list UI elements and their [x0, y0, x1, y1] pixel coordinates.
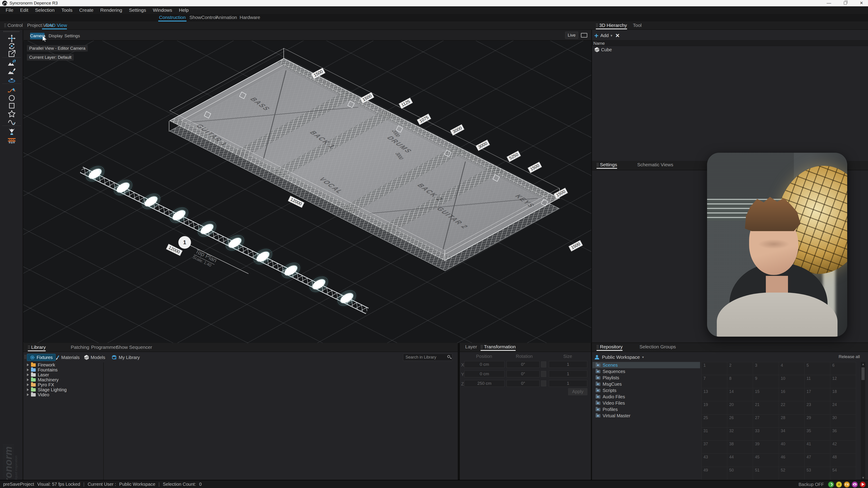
repository-item[interactable]: Audio Files [592, 394, 700, 400]
lighting-fixture[interactable] [87, 167, 103, 181]
menu-item[interactable]: Rendering [97, 7, 125, 13]
cue-cell[interactable]: 53 [805, 467, 830, 480]
expand-arrow-icon[interactable] [27, 388, 29, 391]
cue-cell[interactable]: 30 [831, 415, 856, 427]
cue-cell[interactable]: 46 [779, 454, 804, 466]
link-checkbox[interactable] [541, 381, 546, 386]
release-all-button[interactable]: Release all [839, 354, 860, 359]
cue-cell[interactable]: 11 [805, 375, 830, 388]
repository-item[interactable]: Scenes [592, 362, 700, 368]
lighting-fixture[interactable] [339, 291, 355, 305]
tab-3d-hierarchy[interactable]: 3D Hierarchy [596, 22, 627, 29]
mode-tab[interactable]: Animation [216, 14, 234, 22]
expand-arrow-icon[interactable] [27, 393, 29, 396]
cue-cell[interactable]: 35 [805, 428, 830, 440]
cue-cell[interactable]: 21 [753, 401, 778, 414]
scrollbar-thumb[interactable] [862, 367, 865, 380]
cue-cell[interactable]: 8 [727, 375, 753, 388]
tab-cad-view[interactable]: CAD View [42, 22, 67, 29]
cue-cell[interactable]: 24 [831, 401, 856, 414]
repository-item[interactable]: Playlists [592, 375, 700, 381]
restore-button[interactable] [840, 0, 850, 6]
cue-cell[interactable]: 29 [805, 415, 830, 427]
menu-item[interactable]: Tools [58, 7, 76, 13]
tab-patching[interactable]: Patching [71, 344, 89, 351]
cue-cell[interactable]: 41 [805, 441, 830, 453]
live-button[interactable]: Live [565, 32, 578, 39]
cue-cell[interactable]: 5 [805, 362, 830, 375]
rotation-field[interactable]: 0° [506, 370, 539, 377]
visibility-indicator-icon[interactable] [852, 482, 858, 488]
workspace-selector[interactable]: Public Workspace ▾ [594, 353, 644, 361]
apply-button[interactable]: Apply [568, 388, 587, 395]
menu-item[interactable]: Windows [149, 7, 176, 13]
cue-cell[interactable]: 32 [727, 428, 753, 440]
cue-cell[interactable]: 18 [831, 388, 856, 401]
size-field[interactable]: 1 [549, 370, 587, 377]
tab-camera[interactable]: Camera [30, 33, 44, 39]
rotation-field[interactable]: 0° [506, 380, 539, 387]
lighting-fixture[interactable] [115, 181, 131, 195]
cue-cell[interactable]: 19 [702, 401, 727, 414]
cad-viewport[interactable]: Camera Display Settings Live Parallel Vi… [23, 30, 591, 343]
terrain-paint-tool-icon[interactable] [6, 67, 17, 76]
library-folder-row[interactable]: Video [23, 392, 103, 397]
truss-tool-icon[interactable] [6, 135, 17, 144]
cue-cell[interactable]: 34 [779, 428, 804, 440]
cue-cell[interactable]: 27 [753, 415, 778, 427]
fx-indicator-icon[interactable]: FX [844, 482, 850, 488]
drop-to-floor-tool-icon[interactable] [6, 74, 17, 84]
tab-trans[interactable]: Transformation [480, 344, 516, 351]
cue-cell[interactable]: 1 [702, 362, 727, 375]
output-indicator-icon[interactable] [828, 482, 834, 488]
tab-show-sequencer[interactable]: Show Sequencer [116, 344, 152, 351]
maximize-view-icon[interactable] [581, 33, 587, 37]
cue-cell[interactable]: 3 [753, 362, 778, 375]
repository-item[interactable]: Virtual Master [592, 413, 700, 419]
tab-settings[interactable]: Settings [596, 162, 617, 169]
cue-cell[interactable]: 51 [753, 467, 778, 480]
cue-cell[interactable]: 10 [779, 375, 804, 388]
cue-cell[interactable]: 16 [779, 388, 804, 401]
size-field[interactable]: 1 [549, 380, 587, 387]
hierarchy-item-cube[interactable]: Cube [592, 46, 868, 53]
cue-cell[interactable]: 43 [702, 454, 727, 466]
add-button[interactable]: Add [600, 33, 609, 38]
cue-cell[interactable]: 15 [753, 388, 778, 401]
minimize-button[interactable]: — [824, 0, 834, 6]
menu-item[interactable]: Settings [125, 7, 149, 13]
mode-tab[interactable]: Hardware [240, 14, 257, 22]
menu-item[interactable]: Edit [17, 7, 32, 13]
scroll-up-icon[interactable]: ▲ [862, 362, 865, 366]
expand-arrow-icon[interactable] [27, 363, 29, 366]
add-icon[interactable]: + [594, 32, 598, 39]
link-checkbox[interactable] [541, 371, 546, 377]
tab-schematic-views[interactable]: Schematic Views [637, 162, 673, 169]
mode-tab[interactable]: ShowControl [189, 14, 210, 22]
menu-item[interactable]: Create [76, 7, 97, 13]
lighting-fixture[interactable] [283, 263, 299, 278]
repository-item[interactable]: Video Files [592, 400, 700, 406]
rotation-field[interactable]: 0° [506, 361, 539, 368]
grid-scrollbar[interactable]: ▲ ▼ [861, 362, 865, 480]
lighting-fixture[interactable] [227, 236, 243, 250]
tab-display[interactable]: Display [49, 33, 63, 39]
cue-cell[interactable]: 39 [753, 441, 778, 453]
rectangle-tool-icon[interactable] [6, 101, 17, 110]
cue-cell[interactable]: 9 [753, 375, 778, 388]
repository-item[interactable]: Scripts [592, 387, 700, 394]
cue-cell[interactable]: 25 [702, 415, 727, 427]
tab-viewport-settings[interactable]: Settings [64, 33, 80, 39]
cue-cell[interactable]: 50 [727, 467, 753, 480]
function-curve-tool-icon[interactable]: f [6, 117, 17, 126]
cue-cell[interactable]: 12 [831, 375, 856, 388]
expand-arrow-icon[interactable] [27, 383, 29, 386]
menu-item[interactable]: Selection [32, 7, 58, 13]
tab-control-master[interactable]: Control M [4, 22, 24, 29]
position-field[interactable]: 0 cm [464, 370, 504, 377]
delete-icon[interactable]: × [616, 32, 620, 39]
size-field[interactable]: 1 [549, 361, 587, 368]
position-field[interactable]: 0 cm [464, 361, 504, 368]
spline-tool-icon[interactable] [6, 86, 17, 94]
drag-handle-icon[interactable] [3, 31, 20, 33]
